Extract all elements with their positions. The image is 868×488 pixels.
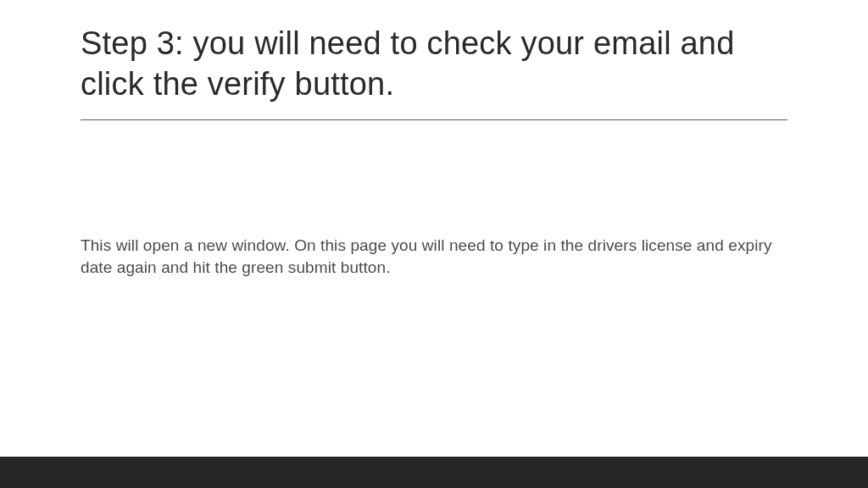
title-divider <box>81 119 787 120</box>
slide-title: Step 3: you will need to check your emai… <box>81 24 787 104</box>
slide-body-text: This will open a new window. On this pag… <box>81 235 787 278</box>
footer-bar <box>0 457 868 488</box>
slide-container: Step 3: you will need to check your emai… <box>0 0 868 488</box>
